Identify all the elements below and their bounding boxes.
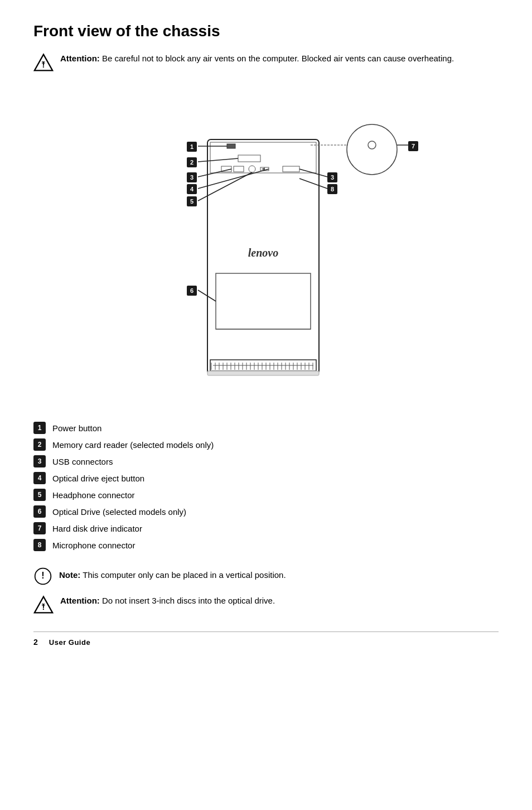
attention-icon-2: ! ≋ [33,595,54,615]
legend-text-3: USB connectors [52,456,113,467]
svg-rect-37 [207,371,319,375]
svg-text:4: 4 [190,186,194,192]
note-icon: ! [33,567,52,586]
svg-text:3: 3 [190,174,194,181]
attention-block-1: ! ≋ Attention: Be careful not to block a… [33,52,499,73]
note-block: ! Note: This computer only can be placed… [33,567,499,586]
legend-badge-4: 4 [33,472,46,484]
svg-text:6: 6 [190,287,194,294]
svg-text:5: 5 [190,198,194,205]
chassis-diagram: lenovo 1 7 2 [33,89,499,402]
svg-point-50 [368,141,376,149]
svg-text:lenovo: lenovo [248,247,278,259]
svg-text:≋: ≋ [41,602,46,608]
svg-text:!: ! [41,570,44,580]
svg-text:3: 3 [331,174,334,181]
legend-item-7: 7 Hard disk drive indicator [33,522,499,534]
legend-badge-3: 3 [33,455,46,467]
legend-text-5: Headphone connector [52,489,135,501]
attention-text-2: Attention: Do not insert 3-inch discs in… [60,595,275,608]
attention-icon-1: ! ≋ [33,52,54,73]
legend-text-6: Optical Drive (selected models only) [52,506,186,518]
legend-badge-8: 8 [33,539,46,551]
legend-text-8: Microphone connector [52,539,135,551]
legend-text-4: Optical drive eject button [52,472,144,484]
svg-text:8: 8 [331,186,334,192]
footer-page-label: User Guide [49,638,90,647]
svg-text:≋: ≋ [41,60,46,65]
svg-rect-40 [234,166,244,172]
legend-item-3: 3 USB connectors [33,455,499,467]
svg-point-41 [249,166,255,172]
legend-item-6: 6 Optical Drive (selected models only) [33,505,499,518]
footer: 2 User Guide [33,631,499,647]
legend-text-7: Hard disk drive indicator [52,523,142,534]
page-title: Front view of the chassis [33,22,499,40]
svg-rect-35 [216,273,311,329]
footer-page-number: 2 [33,638,38,647]
svg-text:1: 1 [190,143,194,150]
legend-badge-7: 7 [33,522,46,534]
svg-rect-38 [238,155,260,162]
svg-line-67 [299,179,327,189]
svg-point-49 [347,124,397,175]
svg-text:7: 7 [412,143,415,150]
legend-item-5: 5 Headphone connector [33,489,499,501]
legend-list: 1 Power button 2 Memory card reader (sel… [33,422,499,551]
legend-text-1: Power button [52,422,101,434]
attention-text-1: Attention: Be careful not to block any a… [60,52,454,65]
svg-rect-45 [227,144,235,148]
legend-badge-5: 5 [33,489,46,501]
legend-badge-1: 1 [33,422,46,434]
diagram-svg: lenovo 1 7 2 [104,89,428,402]
legend-item-4: 4 Optical drive eject button [33,472,499,484]
legend-item-2: 2 Memory card reader (selected models on… [33,438,499,451]
legend-badge-2: 2 [33,438,46,451]
attention-block-2: ! ≋ Attention: Do not insert 3-inch disc… [33,595,499,615]
svg-rect-44 [283,166,299,172]
svg-text:2: 2 [190,159,194,166]
legend-badge-6: 6 [33,505,46,518]
legend-text-2: Memory card reader (selected models only… [52,439,214,451]
legend-item-8: 8 Microphone connector [33,539,499,551]
svg-line-55 [198,158,238,162]
legend-item-1: 1 Power button [33,422,499,434]
note-text: Note: This computer only can be placed i… [59,567,286,582]
